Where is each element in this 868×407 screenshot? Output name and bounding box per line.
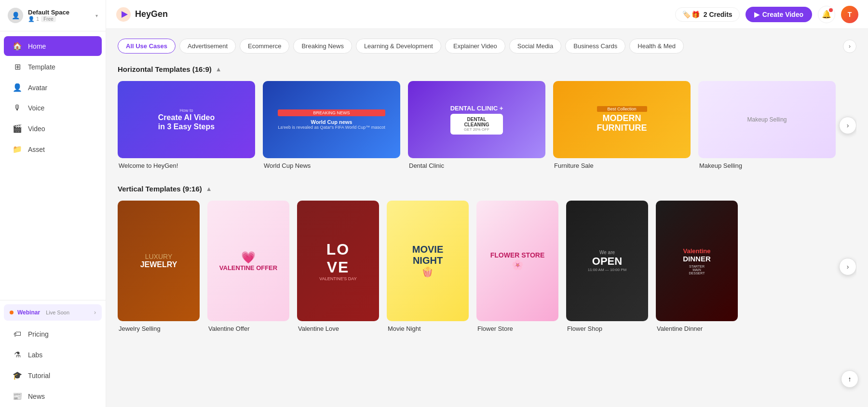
sidebar-item-voice[interactable]: 🎙 Voice [4,98,102,118]
template-card-valentine-offer[interactable]: 💗 VALENTINE OFFER Valentine Offer [207,201,289,332]
webinar-left: Webinar Live Soon [10,309,69,316]
horizontal-section-collapse[interactable]: ▲ [216,66,222,73]
sidebar-item-home-label: Home [28,42,46,50]
home-icon: 🏠 [13,41,22,51]
template-name-welcome: Welcome to HeyGen! [118,162,255,169]
user-space-name: Default Space [28,9,91,16]
template-card-jewelry[interactable]: LUXURY JEWELRY Jewelry Selling [118,201,200,332]
webinar-banner[interactable]: Webinar Live Soon › [4,304,102,321]
logo: HeyGen [116,7,193,22]
template-card-flower-store[interactable]: FLOWER STORE 🌸 Flower Store [476,201,558,332]
filter-tab-learning[interactable]: Learning & Development [356,39,441,54]
filter-tab-ecommerce[interactable]: Ecommerce [240,39,289,54]
sidebar-item-labs[interactable]: ⚗ Labs [4,345,102,365]
template-name-dental: Dental Clinic [408,162,545,169]
template-thumb-dental: DENTAL CLINIC + DENTAL CLEANING GET 20% … [408,81,545,158]
template-name-valentine-dinner: Valentine Dinner [656,325,738,332]
sidebar-item-video-label: Video [28,125,45,133]
create-video-button[interactable]: ▶ Create Video [746,7,812,22]
notification-button[interactable]: 🔔 [818,6,835,23]
template-thumb-valentine-love: LOVE VALENTINE'S DAY [297,201,379,321]
credits-amount: 2 Credits [704,11,732,18]
content-area: All Use Cases Advertisement Ecommerce Br… [106,29,868,407]
labs-icon: ⚗ [13,350,22,359]
topbar-right: 🏷️ 🎁 2 Credits ▶ Create Video 🔔 T [675,6,858,23]
video-icon: 🎬 [13,124,22,133]
main-area: HeyGen 🏷️ 🎁 2 Credits ▶ Create Video 🔔 T [106,0,868,407]
voice-icon: 🎙 [13,104,22,112]
user-section[interactable]: 👤 Default Space 👤 1 Free ▾ [0,0,106,31]
template-thumb-jewelry: LUXURY JEWELRY [118,201,200,321]
horizontal-templates-row: How to Create AI Videoin 3 Easy Steps We… [118,81,856,169]
logo-icon [116,7,131,22]
create-video-label: Create Video [762,11,803,18]
sidebar-item-tutorial[interactable]: 🎓 Tutorial [4,366,102,385]
scroll-to-top-button[interactable]: ↑ [841,370,858,388]
user-info: Default Space 👤 1 Free [28,9,91,22]
sidebar-item-video[interactable]: 🎬 Video [4,119,102,138]
sidebar-item-pricing[interactable]: 🏷 Pricing [4,325,102,344]
create-video-icon: ▶ [754,11,760,18]
sidebar-item-news[interactable]: 📰 News [4,386,102,406]
filter-tab-breaking-news[interactable]: Breaking News [293,39,352,54]
sidebar-item-template[interactable]: ⊞ Template [4,57,102,77]
webinar-label: Webinar [17,309,40,316]
template-name-movie-night: Movie Night [387,325,469,332]
user-avatar-small: 👤 [8,8,23,23]
template-card-movie-night[interactable]: MOVIENIGHT 🍿 Movie Night [387,201,469,332]
pricing-icon: 🏷 [13,330,22,339]
credits-icons: 🏷️ 🎁 [682,11,700,18]
sidebar-item-asset[interactable]: 📁 Asset [4,139,102,159]
plan-badge: Free [41,16,56,22]
template-name-jewelry: Jewelry Selling [118,325,200,332]
credits-button[interactable]: 🏷️ 🎁 2 Credits [675,7,740,22]
horizontal-section-header: Horizontal Templates (16:9) ▲ [118,65,856,73]
template-card-dental[interactable]: DENTAL CLINIC + DENTAL CLEANING GET 20% … [408,81,545,169]
sidebar-item-avatar-label: Avatar [28,84,47,92]
template-card-flower-shop[interactable]: We are OPEN 11:00 AM — 10:00 PM Flower S… [566,201,648,332]
sidebar-item-avatar[interactable]: 👤 Avatar [4,78,102,97]
gift-icon: 🎁 [692,11,700,18]
sidebar-item-labs-label: Labs [28,351,42,359]
filter-tab-health[interactable]: Health & Med [629,39,684,54]
sidebar-item-template-label: Template [28,63,55,71]
filter-tabs-next-button[interactable]: › [843,40,856,53]
sidebar-item-pricing-label: Pricing [28,330,49,338]
template-thumb-worldcup: BREAKING NEWS World Cup news La'eeb is r… [263,81,400,158]
app-name: HeyGen [135,9,168,19]
template-thumb-flower-shop: We are OPEN 11:00 AM — 10:00 PM [566,201,648,321]
sidebar-item-home[interactable]: 🏠 Home [4,36,102,56]
topbar: HeyGen 🏷️ 🎁 2 Credits ▶ Create Video 🔔 T [106,0,868,29]
vertical-section-collapse[interactable]: ▲ [206,185,212,192]
template-card-valentine-love[interactable]: LOVE VALENTINE'S DAY Valentine Love [297,201,379,332]
vertical-section-header: Vertical Templates (9:16) ▲ [118,185,856,193]
template-thumb-flower-store: FLOWER STORE 🌸 [476,201,558,321]
filter-tab-explainer[interactable]: Explainer Video [445,39,505,54]
template-name-flower-store: Flower Store [476,325,558,332]
horizontal-templates-next-button[interactable]: › [839,117,856,134]
template-thumb-valentine-offer: 💗 VALENTINE OFFER [207,201,289,321]
user-avatar[interactable]: T [841,6,858,23]
notification-dot [829,8,833,12]
filter-tab-business-cards[interactable]: Business Cards [565,39,625,54]
vertical-templates-row: LUXURY JEWELRY Jewelry Selling 💗 VALENTI… [118,201,856,332]
user-count: 👤 1 [28,16,39,22]
filter-tab-social[interactable]: Social Media [509,39,561,54]
template-name-flower-shop: Flower Shop [566,325,648,332]
tag-icon: 🏷️ [682,11,691,18]
template-thumb-movie-night: MOVIENIGHT 🍿 [387,201,469,321]
vertical-templates-next-button[interactable]: › [839,258,856,275]
template-card-makeup[interactable]: Makeup Selling Makeup Selling [698,81,836,169]
sidebar-item-voice-label: Voice [28,104,44,112]
main-nav: 🏠 Home ⊞ Template 👤 Avatar 🎙 Voice 🎬 Vid… [0,31,106,164]
template-card-valentine-dinner[interactable]: Valentine DINNER STARTERMAINDESSERT Vale… [656,201,738,332]
template-thumb-furniture: Best Collection MODERNFURNITURE [553,81,691,158]
filter-tab-all[interactable]: All Use Cases [118,39,176,54]
filter-tab-advertisement[interactable]: Advertisement [179,39,236,54]
horizontal-section-title: Horizontal Templates (16:9) [118,65,212,73]
vertical-section-title: Vertical Templates (9:16) [118,185,202,193]
template-card-welcome[interactable]: How to Create AI Videoin 3 Easy Steps We… [118,81,255,169]
template-card-furniture[interactable]: Best Collection MODERNFURNITURE Furnitur… [553,81,691,169]
template-card-worldcup[interactable]: BREAKING NEWS World Cup news La'eeb is r… [263,81,400,169]
template-name-furniture: Furniture Sale [553,162,691,169]
